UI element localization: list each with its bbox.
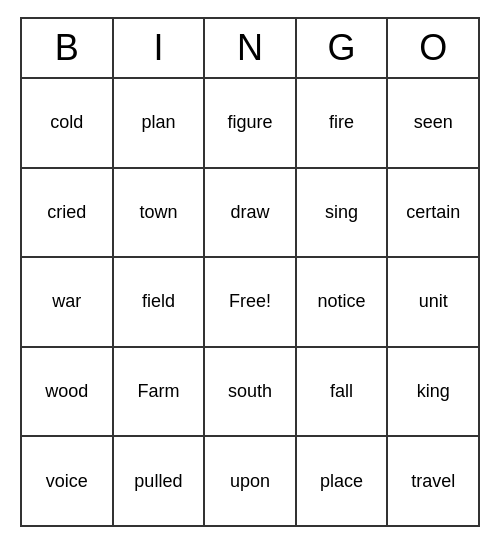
bingo-row-3: woodFarmsouthfallking	[22, 348, 478, 438]
bingo-cell-3-2: south	[205, 348, 297, 436]
bingo-cell-4-3: place	[297, 437, 389, 525]
bingo-cell-3-1: Farm	[114, 348, 206, 436]
bingo-cell-1-2: draw	[205, 169, 297, 257]
bingo-cell-1-1: town	[114, 169, 206, 257]
bingo-body: coldplanfigurefireseencriedtowndrawsingc…	[22, 79, 478, 525]
bingo-cell-4-0: voice	[22, 437, 114, 525]
header-letter-I: I	[114, 19, 206, 77]
bingo-cell-4-1: pulled	[114, 437, 206, 525]
bingo-row-0: coldplanfigurefireseen	[22, 79, 478, 169]
bingo-cell-4-4: travel	[388, 437, 478, 525]
bingo-cell-0-2: figure	[205, 79, 297, 167]
bingo-cell-0-0: cold	[22, 79, 114, 167]
bingo-cell-4-2: upon	[205, 437, 297, 525]
bingo-cell-2-0: war	[22, 258, 114, 346]
bingo-cell-3-3: fall	[297, 348, 389, 436]
bingo-cell-2-2: Free!	[205, 258, 297, 346]
bingo-cell-1-0: cried	[22, 169, 114, 257]
bingo-row-2: warfieldFree!noticeunit	[22, 258, 478, 348]
bingo-cell-0-1: plan	[114, 79, 206, 167]
bingo-cell-3-0: wood	[22, 348, 114, 436]
bingo-cell-3-4: king	[388, 348, 478, 436]
bingo-cell-2-3: notice	[297, 258, 389, 346]
bingo-cell-0-4: seen	[388, 79, 478, 167]
bingo-row-1: criedtowndrawsingcertain	[22, 169, 478, 259]
bingo-cell-1-3: sing	[297, 169, 389, 257]
header-letter-N: N	[205, 19, 297, 77]
bingo-header: BINGO	[22, 19, 478, 79]
bingo-cell-2-1: field	[114, 258, 206, 346]
bingo-card: BINGO coldplanfigurefireseencriedtowndra…	[20, 17, 480, 527]
bingo-cell-1-4: certain	[388, 169, 478, 257]
header-letter-O: O	[388, 19, 478, 77]
bingo-cell-2-4: unit	[388, 258, 478, 346]
header-letter-B: B	[22, 19, 114, 77]
header-letter-G: G	[297, 19, 389, 77]
bingo-row-4: voicepulleduponplacetravel	[22, 437, 478, 525]
bingo-cell-0-3: fire	[297, 79, 389, 167]
